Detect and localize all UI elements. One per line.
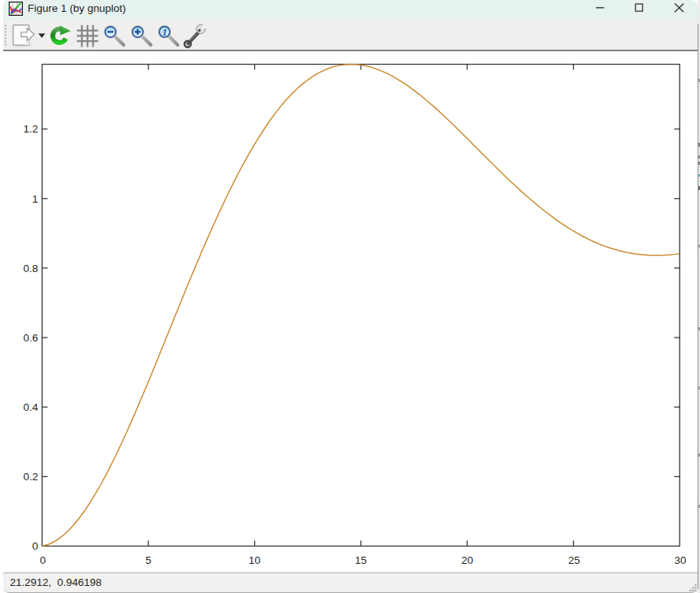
svg-text:0: 0	[32, 540, 39, 552]
svg-text:0.8: 0.8	[24, 263, 39, 274]
svg-text:1: 1	[162, 26, 167, 38]
svg-text:5: 5	[145, 554, 152, 566]
svg-text:30: 30	[674, 554, 686, 566]
svg-text:10: 10	[249, 554, 260, 566]
svg-text:25: 25	[568, 554, 580, 566]
svg-text:0.4: 0.4	[24, 401, 39, 413]
svg-text:0.6: 0.6	[24, 332, 39, 344]
svg-text:0: 0	[40, 554, 47, 566]
svg-text:0.2: 0.2	[24, 471, 39, 483]
svg-text:20: 20	[461, 554, 473, 566]
svg-text:1: 1	[32, 193, 39, 205]
svg-text:1.2: 1.2	[24, 123, 39, 135]
svg-text:15: 15	[355, 554, 367, 566]
